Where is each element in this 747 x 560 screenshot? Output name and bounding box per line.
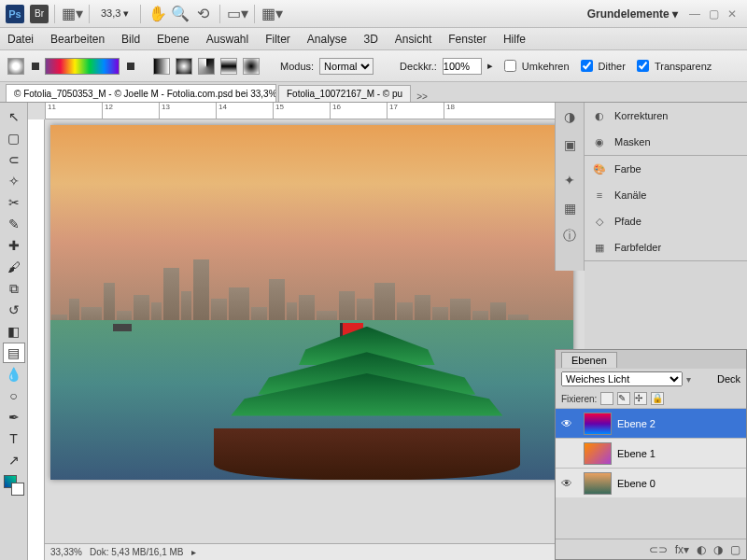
- blend-mode-select[interactable]: Normal: [319, 58, 374, 75]
- gradient-reflected-icon[interactable]: [220, 58, 237, 75]
- pen-tool-icon[interactable]: ✒: [3, 407, 25, 427]
- gradient-preview[interactable]: [45, 58, 120, 75]
- move-tool-icon[interactable]: ↖: [3, 106, 25, 127]
- hand-icon[interactable]: ✋: [148, 5, 167, 23]
- layer-row[interactable]: Ebene 1: [556, 438, 746, 468]
- blur-tool-icon[interactable]: 💧: [3, 364, 25, 385]
- tab-ebenen[interactable]: Ebenen: [561, 352, 617, 368]
- gradient-tool-icon[interactable]: ▤: [3, 343, 25, 363]
- close-icon[interactable]: ✕: [726, 7, 739, 21]
- panel-masken[interactable]: ◉Masken: [585, 129, 747, 155]
- ruler-vertical: [28, 119, 45, 560]
- tabs-overflow[interactable]: >>: [416, 91, 428, 102]
- ruler-horizontal: 1112131415161718: [45, 103, 585, 119]
- dodge-tool-icon[interactable]: ○: [3, 385, 25, 406]
- panel-kanale[interactable]: ≡Kanäle: [585, 182, 747, 208]
- layer-name[interactable]: Ebene 2: [617, 418, 655, 429]
- transparency-checkbox[interactable]: [637, 60, 649, 72]
- layer-row[interactable]: 👁Ebene 0: [556, 468, 746, 497]
- tool-preset-icon[interactable]: [7, 58, 24, 75]
- adjust-layer-icon[interactable]: ◑: [713, 543, 723, 556]
- rail-nav-icon[interactable]: ✦: [556, 166, 584, 194]
- panel-rail: ◑ ▣ ✦ ▦ ⓘ: [555, 103, 585, 271]
- menu-fenster[interactable]: Fenster: [448, 33, 486, 46]
- opacity-input[interactable]: [443, 58, 482, 75]
- heal-tool-icon[interactable]: ✚: [3, 235, 25, 256]
- marquee-tool-icon[interactable]: ▢: [3, 128, 25, 148]
- lock-trans-icon[interactable]: [600, 392, 613, 405]
- restore-icon[interactable]: ▢: [707, 7, 720, 21]
- canvas[interactable]: [50, 125, 573, 480]
- rail-hist-icon[interactable]: ▦: [556, 194, 584, 222]
- workspace-switcher[interactable]: Grundelemente ▾: [587, 7, 678, 21]
- screen-mode-icon[interactable]: ▭▾: [228, 5, 247, 23]
- menu-ebene[interactable]: Ebene: [157, 33, 190, 46]
- layer-thumb[interactable]: [584, 472, 612, 495]
- panel-korrekturen[interactable]: ◐Korrekturen: [585, 103, 747, 129]
- lock-all-icon[interactable]: 🔒: [651, 392, 664, 405]
- opacity-label: Deckkr.:: [400, 61, 437, 72]
- brush-tool-icon[interactable]: 🖌: [3, 257, 25, 277]
- mode-label: Modus:: [280, 61, 314, 72]
- menu-filter[interactable]: Filter: [265, 33, 290, 46]
- rail-info-icon[interactable]: ⓘ: [556, 222, 584, 250]
- gradient-angle-icon[interactable]: [198, 58, 215, 75]
- menu-hilfe[interactable]: Hilfe: [503, 33, 526, 46]
- rail-mask-icon[interactable]: ▣: [556, 131, 584, 159]
- zoom-icon[interactable]: 🔍: [171, 5, 190, 23]
- visibility-icon[interactable]: 👁: [556, 477, 578, 490]
- dither-checkbox[interactable]: [581, 60, 593, 72]
- rotate-icon[interactable]: ⟲: [193, 5, 212, 23]
- toolbox: ↖ ▢ ⊂ ✧ ✂ ✎ ✚ 🖌 ⧉ ↺ ◧ ▤ 💧 ○ ✒ T ↗: [0, 103, 28, 560]
- layer-blend-select[interactable]: Weiches Licht: [561, 371, 683, 386]
- tab-doc2[interactable]: Fotolia_10072167_M - © pu: [278, 85, 411, 102]
- menu-bild[interactable]: Bild: [121, 33, 140, 46]
- bridge-icon[interactable]: Br: [30, 5, 49, 23]
- document-tabs: © Fotolia_7050353_M - © Joelle M - Fotol…: [0, 82, 747, 103]
- menu-3d[interactable]: 3D: [364, 33, 378, 46]
- type-tool-icon[interactable]: T: [3, 428, 25, 449]
- layer-name[interactable]: Ebene 1: [617, 448, 655, 459]
- canvas-area: 1112131415161718: [28, 103, 585, 560]
- mask-icon[interactable]: ◐: [697, 543, 706, 556]
- menu-bearbeiten[interactable]: Bearbeiten: [50, 33, 105, 46]
- reverse-checkbox[interactable]: [504, 60, 516, 72]
- link-layers-icon[interactable]: ⊂⊃: [649, 543, 668, 556]
- layer-name[interactable]: Ebene 0: [617, 478, 655, 489]
- panel-farbfelder[interactable]: ▦Farbfelder: [585, 234, 747, 260]
- eyedropper-tool-icon[interactable]: ✎: [3, 214, 25, 234]
- fx-icon[interactable]: fx▾: [675, 543, 689, 556]
- rail-adjust-icon[interactable]: ◑: [556, 103, 584, 131]
- eraser-tool-icon[interactable]: ◧: [3, 321, 25, 342]
- history-brush-icon[interactable]: ↺: [3, 300, 25, 320]
- layer-thumb[interactable]: [584, 442, 612, 465]
- menu-auswahl[interactable]: Auswahl: [206, 33, 248, 46]
- minimize-icon[interactable]: —: [688, 7, 701, 21]
- group-icon[interactable]: ▢: [730, 543, 740, 556]
- stamp-tool-icon[interactable]: ⧉: [3, 278, 25, 299]
- arrange-icon[interactable]: ▦▾: [63, 5, 81, 23]
- zoom-level[interactable]: 33,3 ▾: [101, 7, 129, 20]
- wand-tool-icon[interactable]: ✧: [3, 171, 25, 191]
- crop-tool-icon[interactable]: ✂: [3, 192, 25, 213]
- panel-pfade[interactable]: ◇Pfade: [585, 208, 747, 234]
- menu-ansicht[interactable]: Ansicht: [395, 33, 431, 46]
- layer-row[interactable]: 👁Ebene 2: [556, 408, 746, 438]
- panel-farbe[interactable]: 🎨Farbe: [585, 156, 747, 182]
- layer-thumb[interactable]: [584, 413, 612, 435]
- gradient-linear-icon[interactable]: [153, 58, 170, 75]
- status-zoom[interactable]: 33,33%: [50, 547, 82, 557]
- menu-analyse[interactable]: Analyse: [307, 33, 347, 46]
- lasso-tool-icon[interactable]: ⊂: [3, 149, 25, 170]
- path-tool-icon[interactable]: ↗: [3, 450, 25, 470]
- lock-move-icon[interactable]: ✢: [634, 392, 647, 405]
- gradient-diamond-icon[interactable]: [243, 58, 260, 75]
- visibility-icon[interactable]: 👁: [556, 417, 578, 430]
- menu-datei[interactable]: Datei: [7, 33, 34, 46]
- tab-doc1[interactable]: © Fotolia_7050353_M - © Joelle M - Fotol…: [6, 84, 276, 102]
- gradient-radial-icon[interactable]: [176, 58, 192, 75]
- lock-paint-icon[interactable]: ✎: [617, 392, 630, 405]
- menubar: Datei Bearbeiten Bild Ebene Auswahl Filt…: [0, 28, 747, 50]
- color-swatches[interactable]: [4, 475, 24, 496]
- extras-icon[interactable]: ▦▾: [262, 5, 281, 23]
